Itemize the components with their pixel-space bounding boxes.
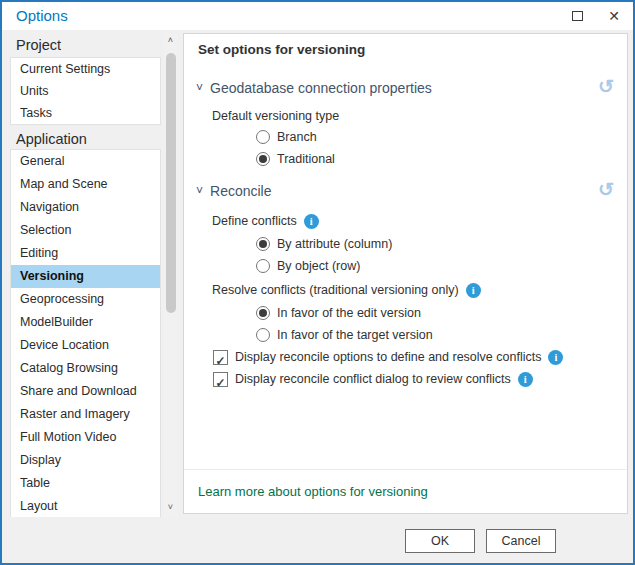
sidebar-item-navigation[interactable]: Navigation	[11, 196, 160, 219]
close-button[interactable]: ✕	[598, 2, 630, 30]
radio-by-attribute[interactable]	[256, 237, 270, 251]
sidebar-item-share-and-download[interactable]: Share and Download	[11, 380, 160, 403]
sidebar-item-current-settings[interactable]: Current Settings	[11, 58, 160, 80]
titlebar: Options ✕	[2, 2, 633, 30]
sidebar-item-editing[interactable]: Editing	[11, 242, 160, 265]
radio-row-by-object: By object (row)	[256, 257, 360, 275]
default-versioning-type-row: Default versioning type	[212, 107, 339, 125]
close-icon: ✕	[608, 9, 620, 23]
scrollbar-thumb[interactable]	[166, 53, 176, 313]
main-panel: Set options for versioning ˅ Geodatabase…	[183, 33, 628, 514]
scroll-up-icon[interactable]: ˄	[163, 33, 178, 48]
radio-row-by-attribute: By attribute (column)	[256, 235, 392, 253]
sidebar-item-versioning[interactable]: Versioning	[11, 265, 160, 288]
application-items-card: General Map and Scene Navigation Selecti…	[10, 149, 161, 517]
sidebar-item-full-motion-video[interactable]: Full Motion Video	[11, 426, 160, 449]
section-title: Reconcile	[210, 183, 271, 199]
define-conflicts-row: Define conflicts i	[212, 212, 319, 230]
radio-by-object-label: By object (row)	[277, 259, 360, 273]
resolve-conflicts-label: Resolve conflicts (traditional versionin…	[212, 283, 459, 297]
checkbox-row-reconcile-options: ✓ Display reconcile options to define an…	[213, 348, 563, 366]
sidebar-item-raster-and-imagery[interactable]: Raster and Imagery	[11, 403, 160, 426]
reset-section-button[interactable]: ↺	[595, 76, 617, 98]
radio-traditional-label: Traditional	[277, 152, 335, 166]
info-icon[interactable]: i	[466, 283, 481, 298]
resolve-conflicts-row: Resolve conflicts (traditional versionin…	[212, 281, 481, 299]
project-items-card: Current Settings Units Tasks	[10, 57, 161, 125]
maximize-button[interactable]	[561, 2, 593, 30]
link-footer: Learn more about options for versioning	[184, 469, 627, 513]
radio-row-edit-version: In favor of the edit version	[256, 304, 421, 322]
sidebar-item-table[interactable]: Table	[11, 472, 160, 495]
reset-section-button[interactable]: ↺	[595, 179, 617, 201]
checkbox-display-conflict-dialog[interactable]: ✓	[213, 372, 228, 387]
sidebar-item-modelbuilder[interactable]: ModelBuilder	[11, 311, 160, 334]
reset-icon: ↺	[598, 76, 614, 97]
sidebar-item-geoprocessing[interactable]: Geoprocessing	[11, 288, 160, 311]
checkbox-row-conflict-dialog: ✓ Display reconcile conflict dialog to r…	[213, 370, 533, 388]
section-reconcile[interactable]: ˅ Reconcile	[196, 181, 272, 201]
section-title: Geodatabase connection properties	[210, 80, 432, 96]
sidebar-item-tasks[interactable]: Tasks	[11, 102, 160, 124]
chevron-down-icon: ˅	[196, 185, 203, 197]
sidebar-item-display[interactable]: Display	[11, 449, 160, 472]
radio-branch-label: Branch	[277, 130, 317, 144]
page-title: Set options for versioning	[198, 42, 365, 57]
radio-traditional[interactable]	[256, 152, 270, 166]
radio-edit-version[interactable]	[256, 306, 270, 320]
radio-branch[interactable]	[256, 130, 270, 144]
section-geodatabase-connection-properties[interactable]: ˅ Geodatabase connection properties	[196, 78, 432, 98]
scroll-down-icon[interactable]: ˅	[163, 500, 178, 515]
learn-more-link[interactable]: Learn more about options for versioning	[198, 484, 428, 499]
window-title: Options	[16, 2, 68, 30]
sidebar-item-catalog-browsing[interactable]: Catalog Browsing	[11, 357, 160, 380]
radio-target-version-label: In favor of the target version	[277, 328, 433, 342]
checkbox-reconcile-options-label: Display reconcile options to define and …	[235, 350, 541, 364]
checkbox-conflict-dialog-label: Display reconcile conflict dialog to rev…	[235, 372, 511, 386]
sidebar-scrollbar[interactable]: ˄ ˅	[163, 33, 178, 517]
radio-row-target-version: In favor of the target version	[256, 326, 433, 344]
sidebar-item-map-and-scene[interactable]: Map and Scene	[11, 173, 160, 196]
radio-by-attribute-label: By attribute (column)	[277, 237, 392, 251]
cancel-button[interactable]: Cancel	[486, 529, 556, 553]
define-conflicts-label: Define conflicts	[212, 214, 297, 228]
default-versioning-type-label: Default versioning type	[212, 109, 339, 123]
sidebar-item-layout[interactable]: Layout	[11, 495, 160, 517]
radio-target-version[interactable]	[256, 328, 270, 342]
sidebar-item-selection[interactable]: Selection	[11, 219, 160, 242]
info-icon[interactable]: i	[548, 350, 563, 365]
radio-row-branch: Branch	[256, 128, 317, 146]
sidebar-header-project: Project	[16, 37, 61, 53]
ok-button[interactable]: OK	[405, 529, 475, 553]
info-icon[interactable]: i	[304, 214, 319, 229]
radio-by-object[interactable]	[256, 259, 270, 273]
info-icon[interactable]: i	[518, 372, 533, 387]
sidebar-item-device-location[interactable]: Device Location	[11, 334, 160, 357]
sidebar-item-units[interactable]: Units	[11, 80, 160, 102]
check-icon: ✓	[215, 354, 225, 368]
sidebar: Project Current Settings Units Tasks App…	[8, 33, 178, 517]
check-icon: ✓	[215, 376, 225, 390]
options-dialog: Options ✕ Project Current Settings Units…	[0, 0, 635, 565]
sidebar-item-general[interactable]: General	[11, 150, 160, 173]
radio-edit-version-label: In favor of the edit version	[277, 306, 421, 320]
chevron-down-icon: ˅	[196, 82, 203, 94]
maximize-icon	[572, 11, 583, 21]
sidebar-header-application: Application	[16, 131, 87, 147]
radio-row-traditional: Traditional	[256, 150, 335, 168]
reset-icon: ↺	[598, 179, 614, 200]
checkbox-display-reconcile-options[interactable]: ✓	[213, 350, 228, 365]
